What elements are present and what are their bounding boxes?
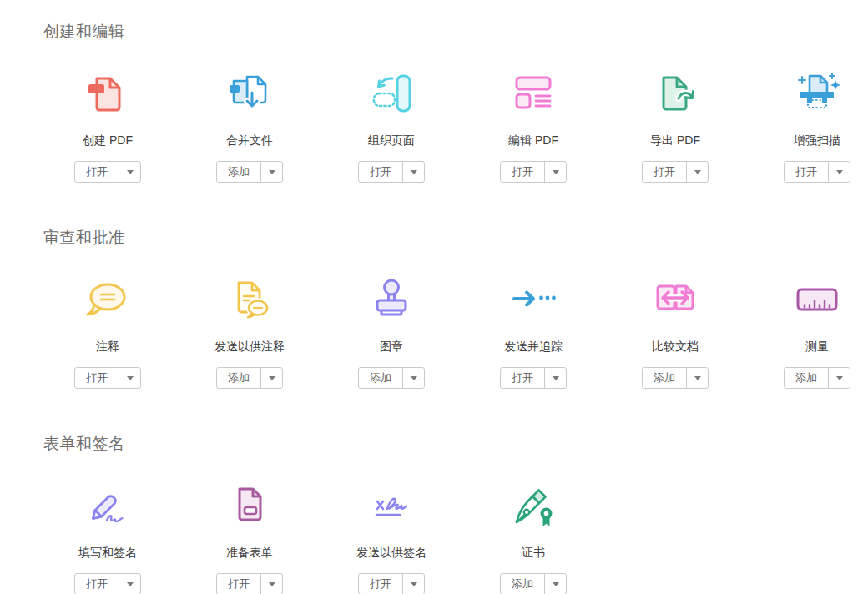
open-button[interactable]: 打开 [643,162,687,182]
open-button[interactable]: 打开 [501,368,545,388]
dropdown-toggle[interactable] [545,574,566,594]
dropdown-toggle[interactable] [829,162,850,182]
chevron-down-icon [694,376,701,380]
send-for-signature-icon [368,482,415,529]
tool-split-button[interactable]: 打开 [500,367,567,389]
send-for-comments-icon [226,276,273,323]
tool-card-combine-files: 合并文件 添加 [179,70,320,183]
tool-card-stamp: 图章 添加 [320,276,462,389]
dropdown-toggle[interactable] [119,574,140,594]
tool-split-button[interactable]: 添加 [358,367,425,389]
tool-card-certificates: 证书 添加 [462,482,604,594]
tool-card-enhance-scans: 增强扫描 打开 [746,70,868,183]
section-create-edit: 创建和编辑 创建 PDF 打开 [0,21,868,183]
tool-card-send-and-track: 发送并追踪 打开 [462,276,604,389]
combine-files-icon [226,70,273,117]
chevron-down-icon [269,170,275,174]
tool-label: 发送并追踪 [504,340,563,354]
tool-split-button[interactable]: 添加 [216,161,283,183]
tool-split-button[interactable]: 打开 [784,161,850,183]
tool-split-button[interactable]: 打开 [358,573,425,594]
tool-split-button[interactable]: 打开 [74,161,141,183]
dropdown-toggle[interactable] [545,368,566,388]
tool-label: 合并文件 [226,133,273,148]
chevron-down-icon [127,582,134,586]
tool-split-button[interactable]: 打开 [74,573,141,594]
open-button[interactable]: 打开 [75,574,119,594]
tool-card-prepare-form: 准备表单 打开 [179,482,320,594]
chevron-down-icon [553,582,559,586]
dropdown-toggle[interactable] [403,368,424,388]
section-title: 创建和编辑 [43,21,868,43]
tool-label: 填写和签名 [78,546,137,560]
dropdown-toggle[interactable] [119,368,140,388]
add-button[interactable]: 添加 [217,162,261,182]
tool-split-button[interactable]: 打开 [358,161,425,183]
chevron-down-icon [127,170,134,174]
chevron-down-icon [553,170,559,174]
dropdown-toggle[interactable] [403,574,424,594]
chevron-down-icon [553,376,559,380]
dropdown-toggle[interactable] [261,574,282,594]
tool-split-button[interactable]: 添加 [784,367,850,389]
stamp-icon [368,276,415,323]
tool-split-button[interactable]: 添加 [500,573,567,594]
add-button[interactable]: 添加 [785,368,829,388]
open-button[interactable]: 打开 [359,574,403,594]
dropdown-toggle[interactable] [261,162,282,182]
prepare-form-icon [226,482,273,529]
tool-card-comment: 注释 打开 [37,276,179,389]
add-button[interactable]: 添加 [501,574,545,594]
add-button[interactable]: 添加 [217,368,261,388]
comment-icon [84,276,131,323]
tool-card-send-for-signature: 发送以供签名 打开 [320,482,462,594]
dropdown-toggle[interactable] [119,162,140,182]
tool-card-edit-pdf: 编辑 PDF 打开 [462,70,604,183]
tools-grid: 创建 PDF 打开 合并文件 [37,70,868,183]
tool-split-button[interactable]: 打开 [642,161,709,183]
tool-label: 注释 [96,340,119,354]
open-button[interactable]: 打开 [217,574,261,594]
tool-card-organize-pages: 组织页面 打开 [320,70,462,183]
chevron-down-icon [836,170,843,174]
tools-grid: 填写和签名 打开 准备表单 打开 [37,482,868,594]
tool-split-button[interactable]: 添加 [216,367,283,389]
tool-card-compare-files: 比较文档 添加 [604,276,746,389]
open-button[interactable]: 打开 [359,162,403,182]
enhance-scans-icon [794,70,840,117]
open-button[interactable]: 打开 [785,162,829,182]
tool-split-button[interactable]: 打开 [74,367,141,389]
add-button[interactable]: 添加 [359,368,403,388]
dropdown-toggle[interactable] [687,368,708,388]
tool-label: 准备表单 [226,546,273,560]
dropdown-toggle[interactable] [261,368,282,388]
dropdown-toggle[interactable] [829,368,850,388]
chevron-down-icon [269,582,275,586]
tool-label: 组织页面 [368,133,415,148]
tool-split-button[interactable]: 添加 [642,367,709,389]
tool-label: 发送以供注释 [214,340,285,354]
tools-page: 创建和编辑 创建 PDF 打开 [0,0,868,594]
open-button[interactable]: 打开 [75,162,119,182]
tool-split-button[interactable]: 打开 [216,573,283,594]
tool-split-button[interactable]: 打开 [500,161,567,183]
measure-icon [794,276,840,323]
tool-label: 发送以供签名 [356,546,426,560]
tool-card-fill-and-sign: 填写和签名 打开 [37,482,179,594]
chevron-down-icon [269,376,275,380]
certificates-icon [510,482,557,529]
send-and-track-icon [510,276,557,323]
add-button[interactable]: 添加 [643,368,687,388]
tool-card-export-pdf: 导出 PDF 打开 [604,70,746,183]
dropdown-toggle[interactable] [545,162,566,182]
open-button[interactable]: 打开 [75,368,119,388]
export-pdf-icon [652,70,699,117]
tool-label: 编辑 PDF [508,133,558,148]
dropdown-toggle[interactable] [403,162,424,182]
open-button[interactable]: 打开 [501,162,545,182]
tool-label: 比较文档 [652,340,699,354]
tool-card-send-for-comments: 发送以供注释 添加 [179,276,320,389]
tool-label: 图章 [380,340,403,354]
dropdown-toggle[interactable] [687,162,708,182]
tool-card-create-pdf: 创建 PDF 打开 [37,70,179,183]
